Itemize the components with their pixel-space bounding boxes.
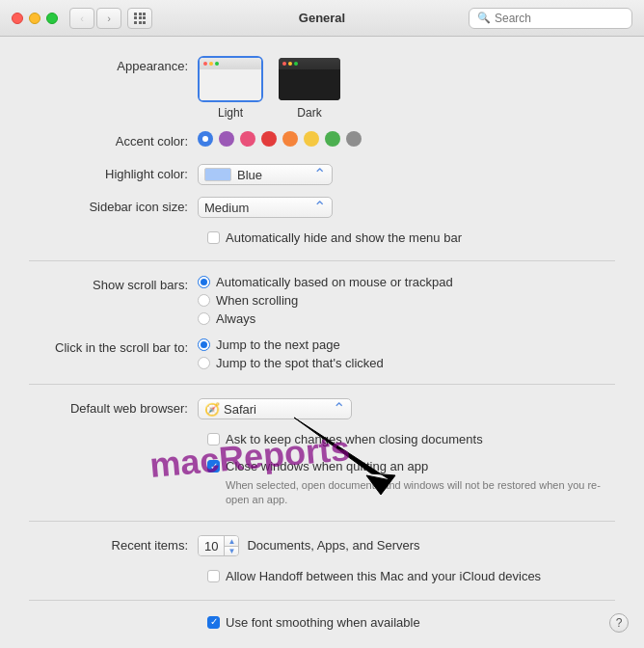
highlight-color-arrow: ⌃	[313, 167, 326, 182]
appearance-dark-thumb[interactable]	[277, 56, 342, 102]
close-windows-label: Close windows when quitting an app	[226, 459, 428, 473]
ask-keep-changes-checkbox[interactable]	[207, 433, 220, 446]
scroll-auto-row: Automatically based on mouse or trackpad	[198, 275, 453, 289]
scroll-scrolling-label: When scrolling	[216, 293, 298, 308]
accent-yellow[interactable]	[304, 131, 319, 147]
scroll-next-page-radio[interactable]	[198, 338, 210, 351]
separator-2	[29, 384, 615, 385]
titlebar: ‹ › General 🔍	[0, 0, 644, 37]
close-windows-row: Close windows when quitting an app When …	[207, 458, 615, 507]
recent-items-up[interactable]: ▲	[225, 536, 238, 547]
font-smoothing-checkbox[interactable]	[207, 616, 220, 629]
accent-green[interactable]	[325, 131, 340, 147]
scroll-always-radio[interactable]	[198, 312, 210, 325]
default-browser-row: Default web browser: 🧭 Safari ⌃	[29, 398, 615, 419]
recent-items-row: Recent items: 10 ▲ ▼ Documents, Apps, an…	[29, 535, 615, 556]
font-smoothing-label: Use font smoothing when available	[226, 614, 420, 632]
recent-items-label: Recent items:	[29, 535, 198, 556]
browser-icon: 🧭	[204, 402, 220, 417]
separator-4	[29, 600, 615, 601]
recent-items-arrows: ▲ ▼	[225, 536, 238, 555]
search-input[interactable]	[495, 12, 624, 25]
accent-color-options	[198, 131, 362, 147]
accent-pink[interactable]	[240, 131, 255, 147]
search-icon: 🔍	[477, 12, 491, 24]
window-title: General	[299, 11, 345, 25]
menu-bar-row: Automatically hide and show the menu bar	[207, 230, 615, 247]
appearance-label: Appearance:	[29, 56, 198, 77]
click-scroll-bar-row: Click in the scroll bar to: Jump to the …	[29, 338, 615, 370]
highlight-color-label: Highlight color:	[29, 164, 198, 185]
ask-keep-changes-label: Ask to keep changes when closing documen…	[226, 431, 483, 448]
scroll-next-page-row: Jump to the next page	[198, 338, 384, 352]
separator-1	[29, 260, 615, 261]
highlight-color-swatch	[204, 168, 231, 181]
menu-bar-label: Automatically hide and show the menu bar	[226, 230, 462, 247]
scroll-spot-radio[interactable]	[198, 357, 210, 369]
appearance-options: Light Dark	[198, 56, 342, 120]
appearance-light-label: Light	[218, 106, 243, 120]
scroll-spot-label: Jump to the spot that's clicked	[216, 356, 384, 370]
accent-blue[interactable]	[198, 131, 213, 147]
appearance-dark-label: Dark	[297, 106, 321, 120]
font-smoothing-row: Use font smoothing when available	[207, 614, 615, 632]
click-scroll-bar-label: Click in the scroll bar to:	[29, 338, 198, 359]
sidebar-icon-size-value: Medium	[204, 201, 313, 215]
sidebar-icon-size-row: Sidebar icon size: Medium ⌃	[29, 197, 615, 218]
scroll-scrolling-row: When scrolling	[198, 293, 453, 308]
accent-red[interactable]	[261, 131, 277, 147]
highlight-color-row: Highlight color: Blue ⌃	[29, 164, 615, 185]
maximize-button[interactable]	[46, 13, 58, 24]
search-box[interactable]: 🔍	[469, 8, 632, 29]
click-scroll-bar-options: Jump to the next page Jump to the spot t…	[198, 338, 384, 370]
accent-color-label: Accent color:	[29, 131, 198, 152]
handoff-label: Allow Handoff between this Mac and your …	[226, 568, 541, 585]
scroll-always-label: Always	[216, 311, 255, 326]
back-button[interactable]: ‹	[69, 8, 94, 29]
close-button[interactable]	[12, 13, 23, 24]
default-browser-value: Safari	[224, 402, 333, 417]
scroll-auto-radio[interactable]	[198, 276, 210, 288]
close-windows-checkbox[interactable]	[207, 460, 220, 472]
recent-items-stepper[interactable]: 10 ▲ ▼	[198, 535, 239, 556]
highlight-color-value: Blue	[237, 168, 313, 182]
accent-orange[interactable]	[282, 131, 298, 147]
accent-graphite[interactable]	[346, 131, 362, 147]
accent-purple[interactable]	[219, 131, 234, 147]
close-windows-sublabel: When selected, open documents and window…	[226, 478, 615, 508]
sidebar-icon-size-dropdown[interactable]: Medium ⌃	[198, 197, 333, 218]
minimize-button[interactable]	[29, 13, 40, 24]
sidebar-icon-size-label: Sidebar icon size:	[29, 197, 198, 218]
scroll-bars-label: Show scroll bars:	[29, 275, 198, 296]
accent-color-row: Accent color:	[29, 131, 615, 152]
handoff-checkbox[interactable]	[207, 570, 220, 582]
scroll-spot-row: Jump to the spot that's clicked	[198, 356, 384, 370]
grid-icon	[134, 13, 146, 24]
grid-button[interactable]	[127, 8, 152, 29]
ask-keep-changes-row: Ask to keep changes when closing documen…	[207, 431, 615, 448]
scroll-auto-label: Automatically based on mouse or trackpad	[216, 275, 453, 289]
appearance-light[interactable]: Light	[198, 56, 263, 120]
scroll-bars-row: Show scroll bars: Automatically based on…	[29, 275, 615, 326]
appearance-light-thumb[interactable]	[198, 56, 263, 102]
default-browser-dropdown[interactable]: 🧭 Safari ⌃	[198, 398, 352, 419]
recent-items-down[interactable]: ▼	[225, 547, 238, 556]
highlight-color-dropdown[interactable]: Blue ⌃	[198, 164, 333, 185]
scroll-next-page-label: Jump to the next page	[216, 338, 340, 352]
recent-items-suffix: Documents, Apps, and Servers	[247, 537, 419, 554]
handoff-row: Allow Handoff between this Mac and your …	[207, 568, 615, 585]
scroll-scrolling-radio[interactable]	[198, 294, 210, 307]
default-browser-label: Default web browser:	[29, 398, 198, 419]
scroll-bars-options: Automatically based on mouse or trackpad…	[198, 275, 453, 326]
separator-3	[29, 521, 615, 522]
help-button[interactable]: ?	[609, 613, 629, 633]
default-browser-arrow: ⌃	[333, 401, 345, 417]
menu-bar-checkbox[interactable]	[207, 231, 220, 244]
sidebar-icon-size-arrow: ⌃	[313, 200, 326, 215]
scroll-always-row: Always	[198, 311, 453, 326]
appearance-row: Appearance: Light	[29, 56, 615, 120]
settings-content: Appearance: Light	[0, 37, 644, 648]
appearance-dark[interactable]: Dark	[277, 56, 342, 120]
forward-button[interactable]: ›	[96, 8, 121, 29]
recent-items-value: 10	[199, 536, 225, 555]
